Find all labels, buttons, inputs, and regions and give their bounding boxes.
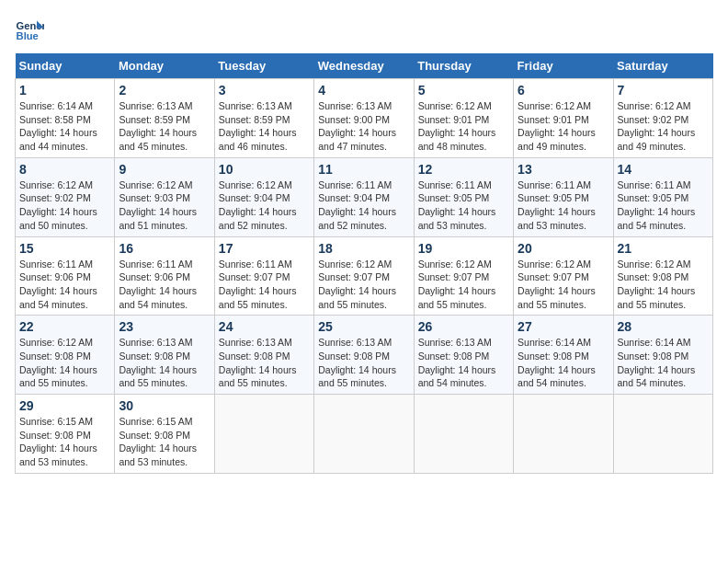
day-number: 1 bbox=[19, 83, 110, 98]
calendar-day-cell: 1 Sunrise: 6:14 AMSunset: 8:58 PMDayligh… bbox=[16, 79, 115, 158]
calendar-day-cell: 5 Sunrise: 6:12 AMSunset: 9:01 PMDayligh… bbox=[414, 79, 513, 158]
day-info: Sunrise: 6:11 AMSunset: 9:05 PMDaylight:… bbox=[618, 178, 709, 233]
calendar-day-cell: 9 Sunrise: 6:12 AMSunset: 9:03 PMDayligh… bbox=[115, 157, 214, 236]
day-number: 3 bbox=[219, 83, 310, 98]
day-info: Sunrise: 6:13 AMSunset: 9:08 PMDaylight:… bbox=[418, 336, 509, 390]
day-info: Sunrise: 6:12 AMSunset: 9:03 PMDaylight:… bbox=[119, 178, 210, 233]
calendar-day-cell bbox=[314, 395, 414, 474]
day-info: Sunrise: 6:11 AMSunset: 9:06 PMDaylight:… bbox=[19, 258, 110, 312]
day-info: Sunrise: 6:11 AMSunset: 9:05 PMDaylight:… bbox=[418, 178, 509, 233]
page-header: General Blue bbox=[15, 15, 713, 44]
day-info: Sunrise: 6:12 AMSunset: 9:02 PMDaylight:… bbox=[19, 178, 110, 233]
day-number: 27 bbox=[518, 319, 609, 334]
calendar-day-cell: 8 Sunrise: 6:12 AMSunset: 9:02 PMDayligh… bbox=[16, 157, 115, 236]
calendar-week-row: 22 Sunrise: 6:12 AMSunset: 9:08 PMDaylig… bbox=[16, 316, 713, 395]
calendar-day-cell: 6 Sunrise: 6:12 AMSunset: 9:01 PMDayligh… bbox=[514, 79, 613, 158]
day-info: Sunrise: 6:12 AMSunset: 9:01 PMDaylight:… bbox=[418, 99, 509, 154]
calendar-day-cell: 18 Sunrise: 6:12 AMSunset: 9:07 PMDaylig… bbox=[314, 236, 414, 316]
day-number: 10 bbox=[219, 162, 310, 177]
day-number: 19 bbox=[418, 241, 509, 256]
calendar-day-cell: 28 Sunrise: 6:14 AMSunset: 9:08 PMDaylig… bbox=[613, 316, 712, 395]
day-info: Sunrise: 6:12 AMSunset: 9:08 PMDaylight:… bbox=[19, 336, 110, 390]
day-info: Sunrise: 6:15 AMSunset: 9:08 PMDaylight:… bbox=[19, 415, 110, 469]
calendar-day-cell: 15 Sunrise: 6:11 AMSunset: 9:06 PMDaylig… bbox=[16, 236, 115, 316]
weekday-header-row: SundayMondayTuesdayWednesdayThursdayFrid… bbox=[16, 53, 713, 79]
calendar-day-cell bbox=[514, 395, 613, 474]
day-number: 13 bbox=[518, 162, 609, 177]
day-number: 11 bbox=[318, 162, 409, 177]
calendar-day-cell: 25 Sunrise: 6:13 AMSunset: 9:08 PMDaylig… bbox=[314, 316, 414, 395]
weekday-header-cell: Friday bbox=[514, 53, 613, 79]
day-number: 15 bbox=[19, 241, 110, 256]
day-info: Sunrise: 6:12 AMSunset: 9:01 PMDaylight:… bbox=[518, 99, 609, 154]
calendar-day-cell bbox=[613, 395, 712, 474]
calendar-day-cell: 13 Sunrise: 6:11 AMSunset: 9:05 PMDaylig… bbox=[514, 157, 613, 236]
day-number: 14 bbox=[618, 162, 709, 177]
day-info: Sunrise: 6:13 AMSunset: 9:00 PMDaylight:… bbox=[318, 99, 409, 154]
calendar-day-cell: 30 Sunrise: 6:15 AMSunset: 9:08 PMDaylig… bbox=[115, 395, 214, 474]
day-number: 16 bbox=[119, 241, 210, 256]
day-info: Sunrise: 6:15 AMSunset: 9:08 PMDaylight:… bbox=[119, 415, 210, 469]
calendar-day-cell: 17 Sunrise: 6:11 AMSunset: 9:07 PMDaylig… bbox=[214, 236, 313, 316]
day-number: 28 bbox=[618, 319, 709, 334]
calendar-day-cell bbox=[214, 395, 313, 474]
calendar-day-cell: 4 Sunrise: 6:13 AMSunset: 9:00 PMDayligh… bbox=[314, 79, 414, 158]
day-info: Sunrise: 6:13 AMSunset: 8:59 PMDaylight:… bbox=[119, 99, 210, 154]
day-info: Sunrise: 6:13 AMSunset: 9:08 PMDaylight:… bbox=[219, 336, 310, 390]
svg-text:Blue: Blue bbox=[17, 30, 39, 41]
calendar-day-cell: 27 Sunrise: 6:14 AMSunset: 9:08 PMDaylig… bbox=[514, 316, 613, 395]
weekday-header-cell: Wednesday bbox=[314, 53, 414, 79]
calendar-body: 1 Sunrise: 6:14 AMSunset: 8:58 PMDayligh… bbox=[16, 79, 713, 474]
day-number: 23 bbox=[119, 319, 210, 334]
day-info: Sunrise: 6:12 AMSunset: 9:07 PMDaylight:… bbox=[518, 258, 609, 312]
calendar-day-cell: 26 Sunrise: 6:13 AMSunset: 9:08 PMDaylig… bbox=[414, 316, 513, 395]
day-info: Sunrise: 6:12 AMSunset: 9:04 PMDaylight:… bbox=[219, 178, 310, 233]
calendar-day-cell: 3 Sunrise: 6:13 AMSunset: 8:59 PMDayligh… bbox=[214, 79, 313, 158]
day-info: Sunrise: 6:13 AMSunset: 9:08 PMDaylight:… bbox=[318, 336, 409, 390]
calendar-day-cell: 16 Sunrise: 6:11 AMSunset: 9:06 PMDaylig… bbox=[115, 236, 214, 316]
day-info: Sunrise: 6:12 AMSunset: 9:07 PMDaylight:… bbox=[318, 258, 409, 312]
day-info: Sunrise: 6:12 AMSunset: 9:08 PMDaylight:… bbox=[618, 258, 709, 312]
day-info: Sunrise: 6:13 AMSunset: 9:08 PMDaylight:… bbox=[119, 336, 210, 390]
calendar-day-cell: 11 Sunrise: 6:11 AMSunset: 9:04 PMDaylig… bbox=[314, 157, 414, 236]
day-number: 21 bbox=[618, 241, 709, 256]
day-number: 5 bbox=[418, 83, 509, 98]
calendar-day-cell: 22 Sunrise: 6:12 AMSunset: 9:08 PMDaylig… bbox=[16, 316, 115, 395]
day-number: 18 bbox=[318, 241, 409, 256]
day-number: 4 bbox=[318, 83, 409, 98]
day-number: 29 bbox=[19, 398, 110, 413]
day-info: Sunrise: 6:13 AMSunset: 8:59 PMDaylight:… bbox=[219, 99, 310, 154]
day-info: Sunrise: 6:14 AMSunset: 9:08 PMDaylight:… bbox=[518, 336, 609, 390]
calendar-day-cell: 29 Sunrise: 6:15 AMSunset: 9:08 PMDaylig… bbox=[16, 395, 115, 474]
calendar-day-cell: 10 Sunrise: 6:12 AMSunset: 9:04 PMDaylig… bbox=[214, 157, 313, 236]
calendar-day-cell: 7 Sunrise: 6:12 AMSunset: 9:02 PMDayligh… bbox=[613, 79, 712, 158]
calendar-day-cell: 19 Sunrise: 6:12 AMSunset: 9:07 PMDaylig… bbox=[414, 236, 513, 316]
day-info: Sunrise: 6:11 AMSunset: 9:07 PMDaylight:… bbox=[219, 258, 310, 312]
day-info: Sunrise: 6:12 AMSunset: 9:02 PMDaylight:… bbox=[618, 99, 709, 154]
day-info: Sunrise: 6:12 AMSunset: 9:07 PMDaylight:… bbox=[418, 258, 509, 312]
day-number: 9 bbox=[119, 162, 210, 177]
day-info: Sunrise: 6:11 AMSunset: 9:04 PMDaylight:… bbox=[318, 178, 409, 233]
day-info: Sunrise: 6:11 AMSunset: 9:06 PMDaylight:… bbox=[119, 258, 210, 312]
day-number: 24 bbox=[219, 319, 310, 334]
day-number: 6 bbox=[518, 83, 609, 98]
day-number: 20 bbox=[518, 241, 609, 256]
calendar-week-row: 29 Sunrise: 6:15 AMSunset: 9:08 PMDaylig… bbox=[16, 395, 713, 474]
calendar-day-cell: 12 Sunrise: 6:11 AMSunset: 9:05 PMDaylig… bbox=[414, 157, 513, 236]
day-number: 17 bbox=[219, 241, 310, 256]
day-number: 22 bbox=[19, 319, 110, 334]
calendar-day-cell: 23 Sunrise: 6:13 AMSunset: 9:08 PMDaylig… bbox=[115, 316, 214, 395]
weekday-header-cell: Monday bbox=[115, 53, 214, 79]
calendar-day-cell bbox=[414, 395, 513, 474]
calendar-day-cell: 20 Sunrise: 6:12 AMSunset: 9:07 PMDaylig… bbox=[514, 236, 613, 316]
calendar-day-cell: 14 Sunrise: 6:11 AMSunset: 9:05 PMDaylig… bbox=[613, 157, 712, 236]
calendar-week-row: 15 Sunrise: 6:11 AMSunset: 9:06 PMDaylig… bbox=[16, 236, 713, 316]
day-info: Sunrise: 6:14 AMSunset: 8:58 PMDaylight:… bbox=[19, 99, 110, 154]
calendar-day-cell: 21 Sunrise: 6:12 AMSunset: 9:08 PMDaylig… bbox=[613, 236, 712, 316]
day-number: 2 bbox=[119, 83, 210, 98]
calendar-day-cell: 24 Sunrise: 6:13 AMSunset: 9:08 PMDaylig… bbox=[214, 316, 313, 395]
day-info: Sunrise: 6:11 AMSunset: 9:05 PMDaylight:… bbox=[518, 178, 609, 233]
calendar-day-cell: 2 Sunrise: 6:13 AMSunset: 8:59 PMDayligh… bbox=[115, 79, 214, 158]
calendar-week-row: 8 Sunrise: 6:12 AMSunset: 9:02 PMDayligh… bbox=[16, 157, 713, 236]
weekday-header-cell: Sunday bbox=[16, 53, 115, 79]
